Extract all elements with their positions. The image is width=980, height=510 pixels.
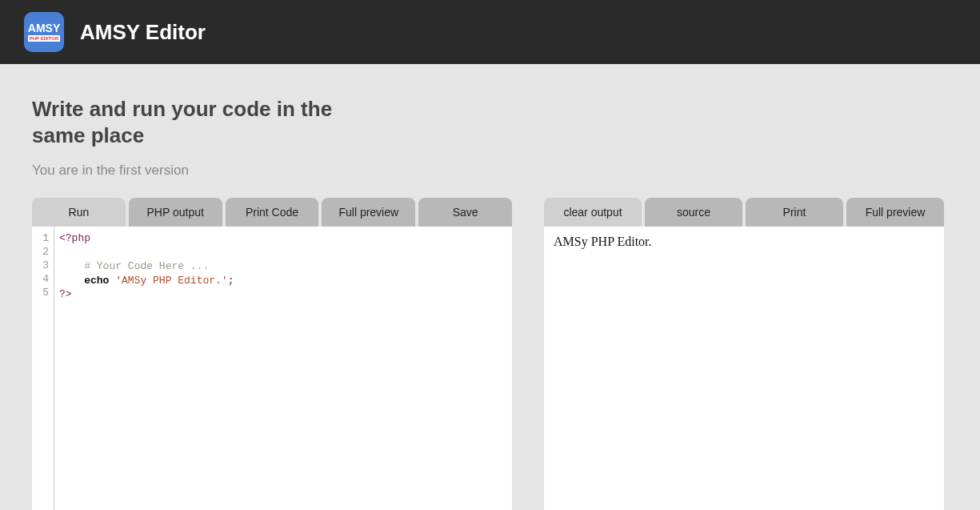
output-full-preview-button[interactable]: Full preview xyxy=(846,198,944,227)
full-preview-button[interactable]: Full preview xyxy=(322,198,415,227)
print-button[interactable]: Print xyxy=(746,198,843,227)
print-code-button[interactable]: Print Code xyxy=(226,198,319,227)
line-number: 5 xyxy=(32,286,49,299)
output-panel: clear output source Print Full preview A… xyxy=(544,198,944,510)
line-number: 3 xyxy=(32,259,49,272)
page-subtext: You are in the first version xyxy=(32,163,948,179)
logo-text-bottom: PHP EDITOR xyxy=(28,35,60,42)
code-keyword: echo xyxy=(84,275,109,287)
code-editor[interactable]: 1 2 3 4 5 <?php # Your Code Here ... ech… xyxy=(32,227,512,510)
output-tabs: clear output source Print Full preview xyxy=(544,198,944,227)
source-button[interactable]: source xyxy=(645,198,742,227)
code-area[interactable]: <?php # Your Code Here ... echo 'AMSy PH… xyxy=(54,227,239,510)
run-button[interactable]: Run xyxy=(32,198,126,227)
code-token: <?php xyxy=(59,232,90,244)
php-output-button[interactable]: PHP output xyxy=(129,198,222,227)
code-token: ?> xyxy=(59,288,72,300)
logo-text-top: AMSY xyxy=(28,22,60,34)
editor-tabs: Run PHP output Print Code Full preview S… xyxy=(32,198,512,227)
code-string: 'AMSy PHP Editor.' xyxy=(115,275,227,287)
main-content: Write and run your code in the same plac… xyxy=(0,64,980,510)
line-number: 4 xyxy=(32,272,49,286)
save-button[interactable]: Save xyxy=(418,198,512,227)
page-headline: Write and run your code in the same plac… xyxy=(32,96,360,148)
line-number: 2 xyxy=(32,245,49,259)
app-logo: AMSY PHP EDITOR xyxy=(24,12,64,52)
line-number: 1 xyxy=(32,231,49,245)
output-area: AMSy PHP Editor. xyxy=(544,227,944,510)
app-header: AMSY PHP EDITOR AMSY Editor xyxy=(0,0,980,64)
code-token: ; xyxy=(228,275,234,287)
output-text: AMSy PHP Editor. xyxy=(554,235,652,248)
panels-row: Run PHP output Print Code Full preview S… xyxy=(32,198,948,510)
editor-panel: Run PHP output Print Code Full preview S… xyxy=(32,198,512,510)
clear-output-button[interactable]: clear output xyxy=(544,198,642,227)
line-gutter: 1 2 3 4 5 xyxy=(32,227,54,510)
code-comment: # Your Code Here ... xyxy=(84,260,209,272)
app-title: AMSY Editor xyxy=(80,20,206,45)
